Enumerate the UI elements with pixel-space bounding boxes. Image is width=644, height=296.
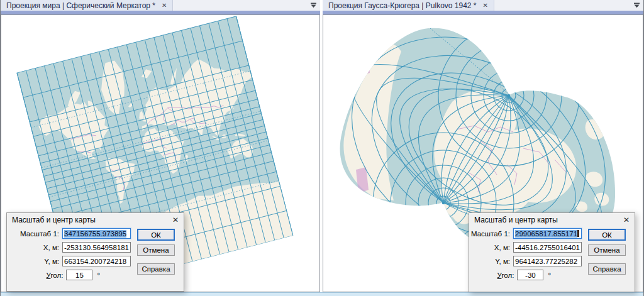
scale-row: Масштаб 1: 347156755.973895 <box>7 228 131 239</box>
scale-center-dialog: Масштаб и центр карты ✕ Масштаб 1: 34715… <box>6 212 184 292</box>
help-button[interactable]: Справка <box>588 263 626 275</box>
help-button[interactable]: Справка <box>137 263 175 275</box>
dialog-titlebar[interactable]: Масштаб и центр карты ✕ <box>7 213 184 226</box>
angle-row: Угол: 15 ° <box>7 270 100 280</box>
scale-input[interactable]: 347156755.973895 <box>62 228 131 239</box>
angle-label: Угол: <box>497 271 514 279</box>
y-input[interactable]: 9641423.77225282 <box>513 256 582 266</box>
close-icon[interactable]: ✕ <box>172 216 179 224</box>
angle-input[interactable]: 15 <box>66 270 92 280</box>
x-row: X, м: -44516.2755016401 <box>469 242 582 253</box>
tab-list-icon[interactable] <box>310 2 317 9</box>
tab-gauss-kruger[interactable]: Проекция Гаусса-Крюгера | Pulkovo 1942 *… <box>323 0 494 11</box>
tabbar-right: Проекция Гаусса-Крюгера | Pulkovo 1942 *… <box>323 0 643 11</box>
scale-label: Масштаб 1: <box>20 230 59 238</box>
tab-list-icon[interactable] <box>633 2 640 9</box>
tab-title: Проекция Гаусса-Крюгера | Pulkovo 1942 * <box>328 1 477 10</box>
close-icon[interactable]: ✕ <box>623 216 630 224</box>
y-label: Y, м: <box>44 258 59 265</box>
tab-mercator[interactable]: Проекция мира | Сферический Меркатор * ✕ <box>1 0 173 11</box>
x-label: X, м: <box>494 244 510 251</box>
app-window: Проекция мира | Сферический Меркатор * ✕… <box>0 0 644 296</box>
dialog-title: Масштаб и центр карты <box>474 216 558 224</box>
dialog-titlebar[interactable]: Масштаб и центр карты ✕ <box>469 213 635 226</box>
x-label: X, м: <box>43 244 59 251</box>
close-icon[interactable]: ✕ <box>483 3 488 9</box>
angle-input[interactable]: -30 <box>517 270 543 280</box>
degree-sign: ° <box>97 271 100 279</box>
angle-label: Угол: <box>47 271 64 279</box>
angle-row: Угол: -30 ° <box>469 270 551 280</box>
degree-sign: ° <box>548 271 551 279</box>
scale-label: Масштаб 1: <box>471 230 510 238</box>
ok-button[interactable]: ОК <box>137 229 175 241</box>
scale-row: Масштаб 1: 299065817.855171 <box>469 228 582 239</box>
tabbar-left: Проекция мира | Сферический Меркатор * ✕ <box>1 0 320 11</box>
x-row: X, м: -253130.564958181 <box>7 242 131 253</box>
y-input[interactable]: 663154.200724218 <box>62 256 131 266</box>
window-bottom-strip <box>0 292 644 296</box>
y-row: Y, м: 663154.200724218 <box>7 256 131 266</box>
text-caret <box>577 230 579 237</box>
close-icon[interactable]: ✕ <box>162 3 167 9</box>
cancel-button[interactable]: Отмена <box>588 244 626 256</box>
tab-title: Проекция мира | Сферический Меркатор * <box>6 1 155 10</box>
y-row: Y, м: 9641423.77225282 <box>469 256 582 266</box>
scale-input[interactable]: 299065817.855171 <box>513 228 582 239</box>
dialog-title: Масштаб и центр карты <box>12 216 96 224</box>
window-left-edge <box>0 0 1 296</box>
x-input[interactable]: -44516.2755016401 <box>513 242 582 253</box>
x-input[interactable]: -253130.564958181 <box>62 242 131 253</box>
y-label: Y, м: <box>495 258 510 265</box>
cancel-button[interactable]: Отмена <box>137 244 175 256</box>
scale-center-dialog: Масштаб и центр карты ✕ Масштаб 1: 29906… <box>469 212 635 292</box>
ok-button[interactable]: ОК <box>588 229 626 241</box>
